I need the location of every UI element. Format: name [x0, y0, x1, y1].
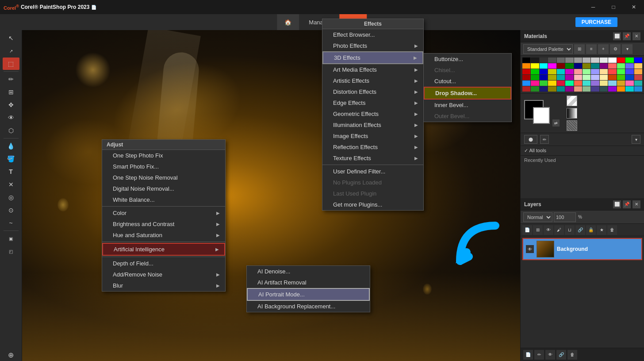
color-swatch[interactable] — [548, 69, 556, 74]
menu-item-effect-browser[interactable]: Effect Browser... — [322, 29, 423, 40]
color-swatch[interactable] — [625, 86, 633, 92]
menu-item-illumination-effects[interactable]: Illumination Effects ▶ — [322, 119, 423, 131]
color-swatch[interactable] — [583, 75, 590, 80]
layers-restore-button[interactable]: ⬜ — [613, 200, 621, 208]
materials-pin-button[interactable]: 📌 — [623, 32, 631, 40]
menu-item-buttonize[interactable]: Buttonize... — [424, 54, 511, 65]
tool-fill[interactable]: 🪣 — [3, 153, 19, 165]
color-swatch[interactable] — [591, 69, 599, 74]
color-swatch[interactable] — [540, 81, 548, 86]
color-swatch[interactable] — [591, 75, 599, 80]
delete-layer-button[interactable]: 🗑 — [607, 225, 617, 235]
new-layer-button[interactable]: 📄 — [522, 225, 532, 235]
color-swatch[interactable] — [531, 86, 539, 92]
color-swatch[interactable] — [625, 75, 633, 80]
add-tool-button[interactable]: ⊕ — [3, 349, 19, 361]
color-swatch[interactable] — [617, 58, 625, 63]
menu-item-depth-of-field[interactable]: Depth of Field... — [102, 258, 225, 269]
menu-item-ai-background[interactable]: AI Background Replacement... — [247, 301, 370, 312]
layer-item-background[interactable]: 👁 Background — [522, 238, 642, 260]
menu-item-artificial-intelligence[interactable]: Artificial Intelligence ▶ — [102, 243, 225, 256]
color-swatch[interactable] — [608, 86, 616, 92]
link-layer-button[interactable]: 🔗 — [575, 225, 585, 235]
color-swatch[interactable] — [531, 81, 539, 86]
purchase-button[interactable]: PURCHASE — [575, 17, 617, 27]
color-swatch[interactable] — [583, 63, 590, 69]
tool-arrow[interactable]: ↖ — [3, 32, 19, 44]
menu-item-one-step-photo-fix[interactable]: One Step Photo Fix — [102, 150, 225, 161]
color-swatch[interactable] — [591, 63, 599, 69]
menu-item-drop-shadow[interactable]: Drop Shadow... — [424, 87, 511, 100]
menu-item-3d-effects[interactable]: 3D Effects ▶ — [322, 51, 423, 64]
palette-selector[interactable]: Standard Palette — [523, 44, 573, 54]
color-swatch[interactable] — [600, 75, 608, 80]
color-swatch[interactable] — [557, 75, 565, 80]
color-swatch[interactable] — [574, 69, 582, 74]
opacity-input[interactable] — [554, 212, 576, 222]
eye-visibility-button[interactable]: 👁 — [544, 225, 553, 235]
tool-extra1[interactable]: ▣ — [3, 232, 19, 245]
palette-new-button[interactable]: + — [598, 44, 609, 54]
color-swatch[interactable] — [540, 86, 548, 92]
menu-item-user-defined-filter[interactable]: User Defined Filter... — [322, 166, 423, 177]
duplicate-layer-button[interactable]: ⊞ — [533, 225, 543, 235]
color-swatch[interactable] — [608, 75, 616, 80]
palette-grid-button[interactable]: ⊞ — [574, 44, 585, 54]
color-swatch[interactable] — [583, 58, 590, 63]
color-swatch[interactable] — [583, 69, 590, 74]
color-swatch[interactable] — [600, 81, 608, 86]
tool-move[interactable]: ✥ — [3, 99, 19, 111]
color-swatch[interactable] — [617, 75, 625, 80]
blend-mode-selector[interactable]: Normal — [523, 212, 552, 222]
color-swatch[interactable] — [617, 81, 625, 86]
menu-item-smart-photo-fix[interactable]: Smart Photo Fix... — [102, 161, 225, 172]
brush-size-indicator[interactable]: ⬤ — [524, 135, 537, 144]
color-swatch[interactable] — [625, 58, 633, 63]
color-swatch[interactable] — [565, 75, 573, 80]
color-swatch[interactable] — [522, 69, 530, 74]
swap-colors-button[interactable]: ⇄ — [552, 119, 560, 127]
new-layer-bottom-button[interactable]: 📄 — [523, 350, 533, 360]
tool-arrow2[interactable]: ↗ — [3, 45, 19, 57]
tool-extra2[interactable]: ◰ — [3, 245, 19, 257]
color-swatch[interactable] — [548, 63, 556, 69]
layer-visibility-eye[interactable]: 👁 — [526, 245, 534, 253]
color-swatch[interactable] — [608, 69, 616, 74]
color-swatch[interactable] — [591, 81, 599, 86]
color-swatch[interactable] — [522, 63, 530, 69]
tool-clone[interactable]: ⊙ — [3, 204, 19, 216]
color-swatch[interactable] — [574, 63, 582, 69]
color-swatch[interactable] — [522, 81, 530, 86]
menu-item-inner-bevel[interactable]: Inner Bevel... — [424, 100, 511, 111]
pen-indicator[interactable]: ✏ — [540, 135, 549, 144]
color-swatch[interactable] — [625, 69, 633, 74]
color-swatch[interactable] — [617, 63, 625, 69]
color-swatch[interactable] — [548, 81, 556, 86]
color-swatch[interactable] — [565, 69, 573, 74]
menu-item-blur[interactable]: Blur ▶ — [102, 280, 225, 291]
color-swatch[interactable] — [583, 81, 590, 86]
transparent-swatch[interactable] — [567, 96, 577, 106]
menu-item-digital-noise[interactable]: Digital Noise Removal... — [102, 183, 225, 194]
color-swatch[interactable] — [565, 58, 573, 63]
color-swatch[interactable] — [557, 69, 565, 74]
color-swatch[interactable] — [540, 63, 548, 69]
color-swatch[interactable] — [574, 81, 582, 86]
color-swatch[interactable] — [634, 81, 642, 86]
color-swatch[interactable] — [574, 86, 582, 92]
color-swatch[interactable] — [608, 81, 616, 86]
color-swatch[interactable] — [634, 86, 642, 92]
menu-item-geometric-effects[interactable]: Geometric Effects ▶ — [322, 108, 423, 119]
background-color[interactable] — [533, 107, 550, 124]
menu-item-distortion-effects[interactable]: Distortion Effects ▶ — [322, 86, 423, 97]
menu-item-cutout[interactable]: Cutout... — [424, 76, 511, 87]
layer-bottom-eye2[interactable]: 👁 — [545, 350, 555, 360]
materials-restore-button[interactable]: ⬜ — [613, 32, 621, 40]
color-swatch[interactable] — [565, 86, 573, 92]
color-swatch[interactable] — [531, 69, 539, 74]
tool-shape[interactable]: ✕ — [3, 178, 19, 191]
tool-paint[interactable]: ✏ — [3, 73, 19, 85]
layer-bottom-trash[interactable]: 🗑 — [567, 350, 577, 360]
color-swatch[interactable] — [600, 63, 608, 69]
color-swatch[interactable] — [531, 58, 539, 63]
